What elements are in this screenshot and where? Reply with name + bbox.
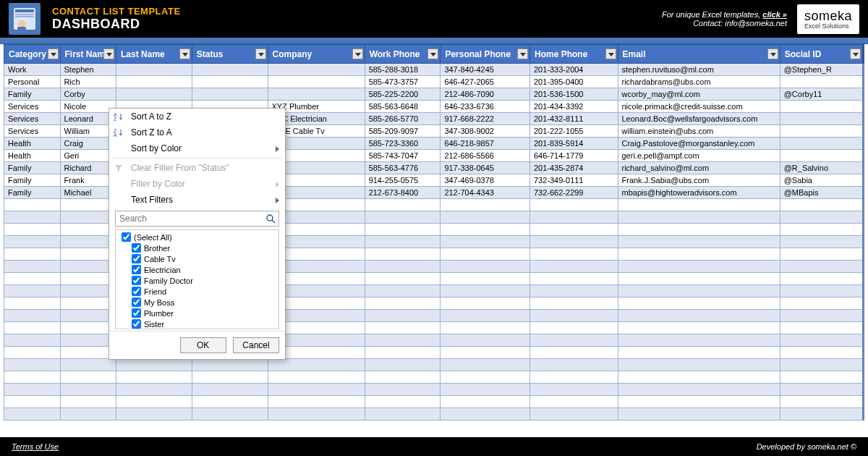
table-cell[interactable]	[4, 347, 61, 359]
table-cell[interactable]: Family	[4, 187, 61, 199]
table-cell[interactable]: 201-435-2874	[529, 162, 618, 174]
table-cell[interactable]	[618, 384, 780, 396]
table-cell[interactable]	[529, 211, 618, 224]
table-cell[interactable]	[60, 285, 116, 297]
table-cell[interactable]	[60, 236, 116, 248]
table-cell[interactable]: 347-308-9002	[441, 125, 530, 138]
filter-search-input[interactable]	[115, 211, 279, 227]
table-cell[interactable]	[529, 248, 618, 261]
table-cell[interactable]	[780, 396, 863, 408]
menu-sort-color[interactable]: Sort by Color	[109, 140, 285, 156]
table-cell[interactable]	[192, 396, 268, 408]
table-cell[interactable]	[365, 334, 441, 347]
table-cell[interactable]: 585-563-6648	[365, 101, 441, 113]
table-cell[interactable]: 585-473-3757	[365, 76, 441, 88]
table-cell[interactable]	[618, 261, 780, 273]
table-cell[interactable]	[365, 347, 441, 359]
table-cell[interactable]	[365, 322, 441, 334]
table-cell[interactable]	[116, 396, 192, 408]
table-cell[interactable]: 914-255-0575	[365, 174, 441, 187]
table-cell[interactable]	[4, 261, 61, 273]
table-cell[interactable]	[780, 261, 863, 273]
table-cell[interactable]	[780, 347, 863, 359]
filter-dropdown-icon[interactable]	[427, 48, 438, 59]
table-row[interactable]: FamilyCorby585-225-2200212-486-7090201-5…	[4, 88, 864, 101]
filter-option[interactable]: My Boss	[119, 297, 276, 308]
table-cell[interactable]	[365, 285, 441, 297]
table-cell[interactable]: 732-349-0111	[529, 174, 618, 187]
table-cell[interactable]	[618, 347, 780, 359]
table-cell[interactable]	[529, 347, 618, 359]
table-cell[interactable]	[268, 408, 365, 421]
table-cell[interactable]	[441, 384, 530, 396]
filter-dropdown-icon[interactable]	[103, 48, 114, 59]
table-cell[interactable]: 585-563-4776	[365, 162, 441, 174]
table-cell[interactable]	[365, 359, 441, 371]
table-cell[interactable]	[192, 384, 268, 396]
table-cell[interactable]	[4, 236, 61, 248]
table-cell[interactable]	[618, 310, 780, 322]
menu-sort-az[interactable]: AZ Sort A to Z	[109, 109, 285, 124]
filter-dropdown-icon[interactable]	[767, 48, 778, 59]
table-cell[interactable]: wcorby_may@ml.com	[618, 88, 780, 101]
table-cell[interactable]	[365, 408, 441, 421]
table-row[interactable]	[4, 371, 864, 384]
table-cell[interactable]	[780, 150, 863, 162]
table-cell[interactable]: 917-338-0645	[441, 162, 530, 174]
table-cell[interactable]	[4, 334, 61, 347]
table-cell[interactable]	[441, 371, 530, 384]
table-cell[interactable]	[365, 261, 441, 273]
table-cell[interactable]	[268, 359, 365, 371]
table-cell[interactable]: Health	[4, 138, 61, 150]
table-cell[interactable]	[116, 76, 192, 88]
table-cell[interactable]: Michael	[60, 187, 116, 199]
table-cell[interactable]	[60, 199, 116, 211]
table-cell[interactable]: 646-714-1779	[529, 150, 618, 162]
filter-checkbox[interactable]	[132, 308, 141, 318]
filter-checkbox[interactable]	[132, 243, 141, 253]
table-cell[interactable]	[780, 138, 863, 150]
table-cell[interactable]: 585-743-7047	[365, 150, 441, 162]
table-cell[interactable]	[60, 347, 116, 359]
table-cell[interactable]	[60, 261, 116, 273]
table-cell[interactable]	[60, 310, 116, 322]
table-cell[interactable]: Services	[4, 113, 61, 125]
table-cell[interactable]	[529, 322, 618, 334]
filter-checkbox[interactable]	[132, 254, 141, 263]
table-cell[interactable]	[529, 273, 618, 285]
table-cell[interactable]: 201-839-5914	[529, 138, 618, 150]
table-cell[interactable]	[365, 384, 441, 396]
table-cell[interactable]	[441, 224, 530, 236]
table-cell[interactable]: 201-536-1500	[529, 88, 618, 101]
table-cell[interactable]	[365, 273, 441, 285]
brand-logo[interactable]: someka Excel Solutions	[797, 4, 859, 34]
table-cell[interactable]	[529, 261, 618, 273]
table-cell[interactable]	[780, 384, 863, 396]
table-cell[interactable]: 201-432-8111	[529, 113, 618, 125]
table-cell[interactable]: Services	[4, 101, 61, 113]
table-cell[interactable]	[116, 64, 192, 76]
table-cell[interactable]	[618, 224, 780, 236]
table-cell[interactable]: 732-662-2299	[529, 187, 618, 199]
table-cell[interactable]	[780, 199, 863, 211]
table-cell[interactable]	[780, 113, 863, 125]
table-cell[interactable]: Family	[4, 162, 61, 174]
table-cell[interactable]	[780, 297, 863, 310]
table-cell[interactable]: Richard	[60, 162, 116, 174]
table-cell[interactable]	[780, 285, 863, 297]
table-cell[interactable]: richard_salvino@ml.com	[618, 162, 780, 174]
table-cell[interactable]: 201-434-3392	[529, 101, 618, 113]
table-cell[interactable]	[441, 199, 530, 211]
table-cell[interactable]	[268, 384, 365, 396]
table-cell[interactable]	[60, 408, 116, 421]
table-cell[interactable]	[441, 261, 530, 273]
table-cell[interactable]	[60, 359, 116, 371]
table-cell[interactable]	[192, 88, 268, 101]
table-cell[interactable]	[192, 359, 268, 371]
table-cell[interactable]: 585-723-3360	[365, 138, 441, 150]
table-cell[interactable]	[365, 248, 441, 261]
table-cell[interactable]	[4, 322, 61, 334]
table-cell[interactable]	[529, 236, 618, 248]
table-cell[interactable]	[780, 322, 863, 334]
menu-sort-za[interactable]: ZA Sort Z to A	[109, 124, 285, 140]
